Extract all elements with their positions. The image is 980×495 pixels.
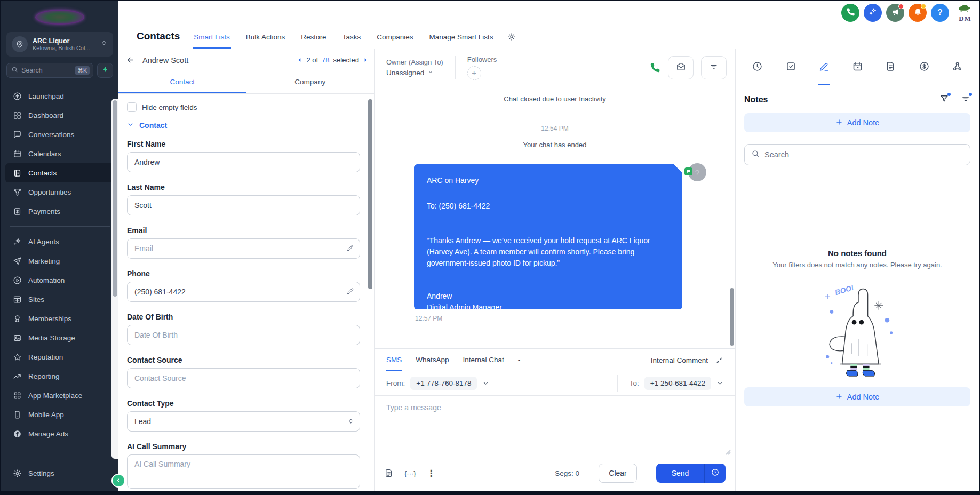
- first-name-input[interactable]: [127, 152, 360, 172]
- tab-dash[interactable]: -: [518, 349, 521, 371]
- add-note-button-top[interactable]: Add Note: [744, 113, 970, 132]
- filter-messages-button[interactable]: [701, 56, 727, 79]
- internal-comment-toggle[interactable]: Internal Comment: [651, 356, 708, 364]
- tab-sms[interactable]: SMS: [386, 349, 402, 371]
- contact-panel-scrollbar-thumb[interactable]: [368, 99, 372, 289]
- payments-dollar-icon[interactable]: [919, 49, 930, 85]
- sidebar-item-conversations[interactable]: Conversations: [5, 125, 114, 144]
- send-button[interactable]: Send: [656, 464, 704, 483]
- chevron-down-icon[interactable]: [482, 380, 489, 387]
- account-switcher[interactable]: ARC Liquor Kelowna, British Col...: [6, 32, 113, 57]
- add-note-button-bottom[interactable]: Add Note: [744, 387, 970, 406]
- tab-bulk-actions[interactable]: Bulk Actions: [245, 33, 286, 49]
- next-contact-icon[interactable]: [363, 57, 369, 63]
- sidebar-item-reporting[interactable]: Reporting: [5, 366, 114, 386]
- templates-icon[interactable]: [384, 468, 394, 478]
- announcements-button[interactable]: [886, 4, 904, 22]
- sidebar-item-settings[interactable]: Settings: [5, 464, 114, 483]
- custom-values-icon[interactable]: {···}: [404, 469, 416, 477]
- sidebar-scrollbar-thumb[interactable]: [113, 100, 117, 297]
- ai-assistant-button[interactable]: [864, 4, 882, 22]
- resize-handle[interactable]: [726, 448, 731, 457]
- last-name-input[interactable]: [127, 195, 360, 215]
- sidebar-item-manage-ads[interactable]: Manage Ads: [5, 424, 114, 443]
- sidebar-collapse-button[interactable]: [111, 474, 125, 488]
- tab-companies[interactable]: Companies: [376, 33, 414, 49]
- sidebar-item-contacts[interactable]: Contacts: [5, 163, 114, 182]
- add-follower-button[interactable]: +: [467, 66, 481, 80]
- ai-call-summary-textarea[interactable]: [127, 454, 360, 489]
- contact-type-select[interactable]: [127, 411, 360, 432]
- call-contact-icon[interactable]: [650, 62, 660, 73]
- sidebar-item-payments[interactable]: Payments: [5, 202, 114, 221]
- global-topbar: ? DM: [118, 1, 979, 25]
- quick-actions-button[interactable]: [97, 63, 113, 78]
- collapse-compose-icon[interactable]: [715, 356, 723, 364]
- sidebar-item-automation[interactable]: Automation: [5, 270, 114, 290]
- chevron-down-icon[interactable]: [716, 380, 723, 387]
- edit-pencil-icon[interactable]: [346, 244, 354, 254]
- tab-whatsapp[interactable]: WhatsApp: [416, 349, 449, 371]
- outbound-sms-bubble[interactable]: ARC on Harvey To: (250) 681-4422 “Thanks…: [414, 164, 682, 309]
- contact-section-toggle[interactable]: Contact: [127, 121, 360, 130]
- dob-input[interactable]: [127, 325, 360, 345]
- gear-icon: [507, 34, 516, 43]
- sidebar-item-dashboard[interactable]: Dashboard: [5, 106, 114, 125]
- help-button[interactable]: ?: [931, 4, 949, 22]
- dm-brand-logo[interactable]: DM: [954, 4, 976, 22]
- more-options-icon[interactable]: ⋮: [427, 468, 436, 479]
- tab-contact[interactable]: Contact: [118, 71, 246, 93]
- clear-button[interactable]: Clear: [599, 464, 637, 483]
- messages-scrollbar-thumb[interactable]: [730, 288, 734, 346]
- notes-search-input[interactable]: [764, 150, 963, 159]
- back-arrow-icon[interactable]: [126, 55, 135, 65]
- email-input[interactable]: [127, 238, 360, 259]
- tab-tasks[interactable]: Tasks: [341, 33, 362, 49]
- email-thread-button[interactable]: [668, 56, 694, 79]
- notes-sort-button[interactable]: [961, 94, 970, 106]
- owner-dropdown[interactable]: Unassigned: [386, 69, 443, 77]
- sidebar-item-reputation[interactable]: Reputation: [5, 347, 114, 366]
- sidebar-item-opportunities[interactable]: Opportunities: [5, 182, 114, 202]
- phone-dialer-button[interactable]: [841, 4, 859, 22]
- tab-internal-chat[interactable]: Internal Chat: [463, 349, 504, 371]
- to-number-pill[interactable]: +1 250-681-4422: [644, 377, 711, 390]
- notifications-button[interactable]: [909, 4, 927, 22]
- sidebar-item-sites[interactable]: Sites: [5, 290, 114, 309]
- notes-pencil-icon[interactable]: [818, 49, 830, 85]
- phone-input[interactable]: [127, 282, 360, 302]
- sidebar-search[interactable]: ⌘K: [6, 63, 93, 78]
- sidebar-item-mobile-app[interactable]: Mobile App: [5, 405, 114, 424]
- notes-filter-button[interactable]: [939, 94, 949, 106]
- activity-history-icon[interactable]: [752, 49, 763, 85]
- sidebar-item-memberships[interactable]: Memberships: [5, 309, 114, 328]
- hide-empty-checkbox[interactable]: [127, 102, 137, 112]
- notes-search[interactable]: [744, 144, 970, 165]
- select-stepper-icon[interactable]: [347, 417, 354, 427]
- sidebar-item-calendars[interactable]: Calendars: [5, 144, 114, 163]
- contact-source-input[interactable]: [127, 368, 360, 388]
- appointments-calendar-icon[interactable]: [852, 49, 863, 85]
- payments-icon: [13, 207, 22, 216]
- prev-contact-icon[interactable]: [297, 57, 302, 63]
- documents-icon[interactable]: [885, 49, 896, 85]
- contacts-settings-gear[interactable]: [507, 33, 516, 49]
- tab-company[interactable]: Company: [246, 71, 375, 93]
- sidebar-item-app-marketplace[interactable]: App Marketplace: [5, 386, 114, 405]
- pager-total[interactable]: 78: [322, 56, 329, 64]
- sidebar-item-marketing[interactable]: Marketing: [5, 251, 114, 270]
- tasks-check-icon[interactable]: [785, 49, 796, 85]
- sidebar-item-media-storage[interactable]: Media Storage: [5, 328, 114, 347]
- associations-icon[interactable]: [952, 49, 963, 85]
- sidebar-item-ai-agents[interactable]: AI Agents: [5, 232, 114, 251]
- from-number-pill[interactable]: +1 778-760-8178: [410, 377, 477, 390]
- tab-restore[interactable]: Restore: [300, 33, 327, 49]
- search-input[interactable]: [21, 67, 71, 74]
- edit-pencil-icon[interactable]: [346, 287, 354, 297]
- tab-manage-smart-lists[interactable]: Manage Smart Lists: [428, 33, 494, 49]
- tab-smart-lists[interactable]: Smart Lists: [193, 33, 231, 49]
- message-input[interactable]: [375, 396, 735, 459]
- sidebar-scrollbar[interactable]: [111, 99, 118, 459]
- schedule-send-button[interactable]: [704, 464, 726, 483]
- sidebar-item-launchpad[interactable]: Launchpad: [5, 86, 114, 106]
